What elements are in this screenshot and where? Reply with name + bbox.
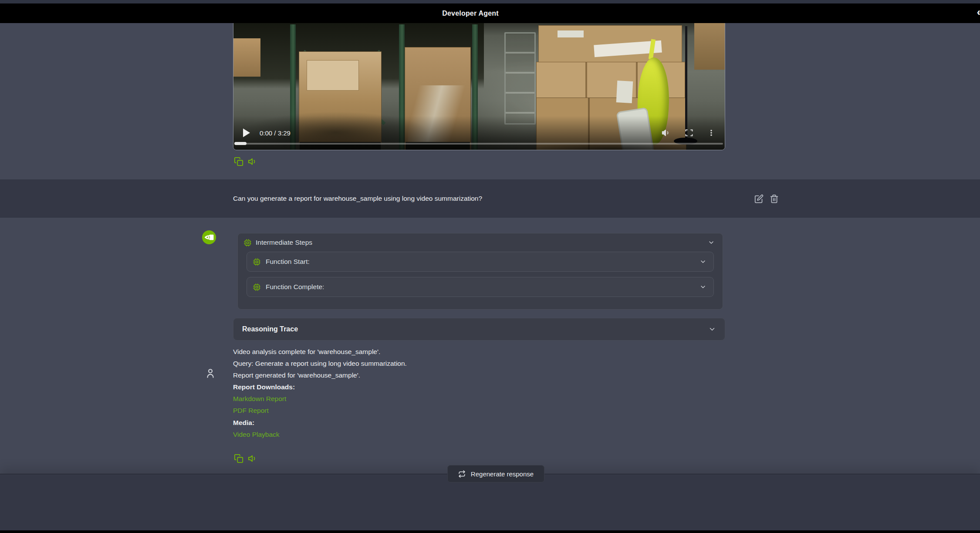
kebab-menu-icon[interactable] (707, 128, 715, 137)
chip-icon (244, 239, 251, 246)
user-message-text: Can you generate a report for warehouse_… (233, 179, 482, 218)
media-heading: Media: (233, 419, 730, 427)
video-time-label: 0:00 / 3:29 (260, 129, 291, 137)
chevron-down-icon[interactable] (708, 239, 715, 246)
video-art-paper (558, 30, 584, 37)
page-title: Developer Agent (442, 10, 499, 17)
intermediate-steps-title: Intermediate Steps (256, 239, 312, 246)
window-top-strip (0, 0, 980, 3)
nvidia-logo-icon (202, 230, 216, 245)
chip-icon (253, 283, 260, 291)
edit-icon[interactable] (754, 194, 764, 203)
video-player[interactable]: 0:00 / 3:29 (233, 20, 725, 150)
user-icon (205, 368, 216, 379)
speaker-icon[interactable] (248, 454, 257, 463)
chevron-down-icon[interactable] (708, 325, 716, 333)
user-message-tools (754, 179, 779, 218)
function-start-row[interactable]: Function Start: (247, 252, 714, 272)
intermediate-steps-panel: Intermediate Steps Function Start: Funct… (237, 233, 723, 310)
fullscreen-icon[interactable] (685, 128, 693, 137)
chevron-down-icon[interactable] (700, 283, 706, 290)
reasoning-trace-title: Reasoning Trace (242, 325, 298, 333)
chip-icon (253, 258, 260, 266)
report-downloads-heading: Report Downloads: (233, 383, 730, 391)
speaker-icon[interactable] (248, 157, 257, 166)
video-art-crate (307, 60, 359, 91)
function-complete-label: Function Complete: (266, 283, 324, 291)
video-art-cart (504, 32, 536, 125)
regenerate-response-label: Regenerate response (471, 470, 534, 478)
assistant-message-actions (234, 454, 257, 463)
video-art-paper (616, 81, 633, 103)
intermediate-steps-header[interactable]: Intermediate Steps (238, 233, 723, 252)
chevron-down-icon[interactable] (700, 258, 706, 265)
repeat-icon (458, 470, 466, 478)
window-bottom-strip (0, 530, 980, 533)
reasoning-trace-panel[interactable]: Reasoning Trace (233, 318, 725, 341)
collapse-sidebar-icon[interactable]: « (977, 6, 980, 18)
reasoning-line: Video analysis complete for 'warehouse_s… (233, 348, 730, 356)
video-controls: 0:00 / 3:29 (233, 125, 725, 140)
video-message-actions (234, 157, 257, 166)
copy-icon[interactable] (234, 157, 243, 166)
function-complete-row[interactable]: Function Complete: (247, 277, 714, 297)
video-scrubber[interactable] (234, 142, 247, 145)
pdf-report-link[interactable]: PDF Report (233, 407, 730, 415)
video-art-box (233, 38, 260, 77)
video-art-box (694, 20, 725, 70)
video-progress-bar[interactable] (235, 143, 723, 145)
reasoning-line: Report generated for 'warehouse_sample'. (233, 371, 730, 379)
copy-icon[interactable] (234, 454, 243, 463)
function-start-label: Function Start: (266, 258, 310, 266)
user-message-row: Can you generate a report for warehouse_… (0, 179, 980, 218)
trash-icon[interactable] (770, 194, 779, 203)
assistant-message-body: Video analysis complete for 'warehouse_s… (233, 348, 730, 442)
video-playback-link[interactable]: Video Playback (233, 431, 730, 439)
play-icon[interactable] (243, 128, 250, 137)
volume-icon[interactable] (661, 128, 671, 138)
regenerate-response-button[interactable]: Regenerate response (447, 465, 544, 482)
markdown-report-link[interactable]: Markdown Report (233, 395, 730, 403)
reasoning-line: Query: Generate a report using long vide… (233, 360, 730, 368)
app-header: Developer Agent « (0, 3, 980, 23)
